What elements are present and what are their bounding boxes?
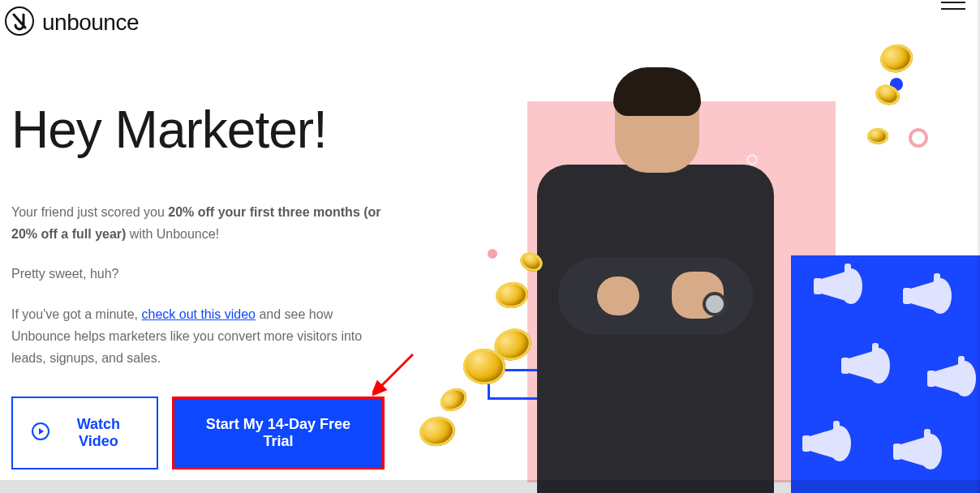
svg-rect-8 <box>934 273 940 285</box>
svg-point-6 <box>929 278 952 314</box>
blue-outline-box <box>488 369 574 400</box>
headline: Hey Marketer! <box>11 104 385 156</box>
dot-blue-icon <box>890 78 903 91</box>
svg-rect-5 <box>845 264 851 275</box>
header: unbounce <box>0 2 980 52</box>
megaphone-icon <box>796 418 859 473</box>
svg-rect-7 <box>903 288 911 304</box>
brand-logo-link[interactable]: unbounce <box>5 6 139 39</box>
coin-icon <box>462 347 507 386</box>
svg-point-9 <box>867 348 890 384</box>
coin-icon <box>490 324 535 365</box>
para1-lead: Your friend just scored you <box>11 205 168 219</box>
svg-rect-4 <box>814 278 822 294</box>
svg-rect-19 <box>893 444 901 460</box>
svg-point-15 <box>828 426 851 461</box>
play-circle-icon <box>31 422 50 445</box>
cta-row: Watch Video Start My 14-Day Free Trial <box>11 397 385 469</box>
hero-copy: Hey Marketer! Your friend just scored yo… <box>11 104 385 469</box>
hero-art <box>442 0 978 493</box>
start-free-trial-button[interactable]: Start My 14-Day Free Trial <box>174 399 382 467</box>
pink-backdrop <box>527 101 836 482</box>
svg-rect-11 <box>872 343 879 354</box>
megaphone-icon <box>921 353 980 408</box>
para1-tail: with Unbounce! <box>126 227 219 241</box>
ring-white-icon <box>746 154 758 165</box>
coin-icon <box>494 280 530 310</box>
svg-rect-14 <box>958 356 965 367</box>
hero-person-image <box>526 69 785 493</box>
paragraph-video: If you've got a minute, check out this v… <box>11 303 385 370</box>
para3-lead: If you've got a minute, <box>11 307 141 321</box>
primary-cta-highlight: Start My 14-Day Free Trial <box>172 397 385 469</box>
svg-point-18 <box>919 434 942 469</box>
hamburger-icon[interactable] <box>941 2 965 10</box>
coin-icon <box>436 384 471 416</box>
megaphone-icon <box>887 426 950 481</box>
unbounce-logo-icon <box>5 6 34 39</box>
megaphone-icon <box>807 260 870 315</box>
dot-pink-icon <box>488 249 497 259</box>
svg-rect-17 <box>833 421 840 432</box>
check-out-video-link[interactable]: check out this video <box>141 307 256 321</box>
coin-icon <box>873 82 902 109</box>
brand-name: unbounce <box>42 10 139 36</box>
paragraph-offer: Your friend just scored you 20% off your… <box>11 201 385 245</box>
svg-rect-16 <box>802 435 810 452</box>
svg-point-12 <box>953 361 976 397</box>
blue-backdrop <box>791 255 980 493</box>
megaphone-icon <box>835 340 898 395</box>
coin-icon <box>867 128 888 144</box>
bottom-shadow-bar <box>0 480 980 493</box>
watch-video-button[interactable]: Watch Video <box>11 397 158 469</box>
megaphone-icon <box>896 270 960 325</box>
ring-pink-icon <box>909 128 928 148</box>
coin-icon <box>417 414 458 448</box>
svg-rect-20 <box>924 429 931 440</box>
coin-icon <box>518 249 546 275</box>
svg-rect-10 <box>841 358 849 374</box>
svg-point-3 <box>840 268 862 304</box>
svg-rect-13 <box>927 371 935 387</box>
watch-video-label: Watch Video <box>58 416 139 450</box>
paragraph-sweet: Pretty sweet, huh? <box>11 263 385 285</box>
